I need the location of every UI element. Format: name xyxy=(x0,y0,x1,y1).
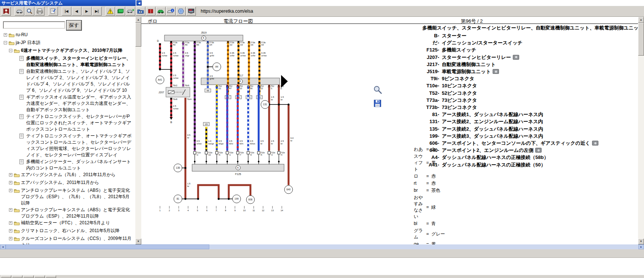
search-input[interactable] xyxy=(3,21,65,29)
svg-text:K: K xyxy=(240,80,241,82)
tree-item-document[interactable]: 自動変速機制御ユニット、ソレノイドバルブ 1、ソレノイドバルブ 2、ソレノイドバ… xyxy=(14,68,134,94)
svg-text:/9: /9 xyxy=(250,154,252,156)
tree-item-folder[interactable]: −ja-JP 日本語 xyxy=(4,40,134,47)
svg-text:1.5: 1.5 xyxy=(281,96,284,98)
scroll-right-icon[interactable]: ► xyxy=(638,244,644,249)
expand-icon[interactable]: + xyxy=(9,221,12,225)
expand-icon[interactable]: + xyxy=(9,208,12,212)
tree-item-folder[interactable]: +補助空気ヒーター（PTC）、2012年5月より xyxy=(9,220,134,227)
color-value: 青 xyxy=(431,221,436,227)
document-edit-icon[interactable] xyxy=(48,7,58,16)
save-icon[interactable] xyxy=(374,100,381,107)
web-icon[interactable] xyxy=(176,7,186,16)
tree-item-document[interactable]: ティプトロニックスイッチ、オートマチックギアボックスコントロールユニット、セレク… xyxy=(14,133,134,158)
vehicle-green-icon[interactable] xyxy=(156,7,166,16)
terminal-icon[interactable] xyxy=(186,7,196,16)
print-icon[interactable] xyxy=(35,7,44,16)
archive-view-icon[interactable] xyxy=(136,7,145,16)
tree-item-document[interactable]: ギアボックスオイル温度センダー、ギアボックス入力速度センダー、ギアボックス出力速… xyxy=(14,94,134,113)
zoom-icon[interactable] xyxy=(373,85,383,95)
tree-scroll-up-icon[interactable]: ▲ xyxy=(135,17,141,23)
taskbar-button[interactable] xyxy=(23,275,34,278)
equals-sign: = xyxy=(424,173,431,179)
tree-item-document[interactable]: ティプトロニックスイッチ、セレクターレバーがP位置にロックされたスイッチ、オート… xyxy=(14,113,134,132)
tree-item-folder[interactable]: −6速オートマチックギアボックス、2010年7月以降 xyxy=(9,47,134,55)
svg-text:br: br xyxy=(187,137,189,139)
warning-icon[interactable]: ! xyxy=(105,7,115,16)
taskbar-button[interactable] xyxy=(46,275,56,278)
tree-item-document[interactable]: 多機能スイッチ、スターターインヒビターリレー、自動変速機制御ユニット、車載電源制… xyxy=(14,55,134,68)
vehicle-icon[interactable] xyxy=(15,7,24,16)
nav-next-icon[interactable]: ▶ xyxy=(82,7,92,16)
taskbar-button[interactable] xyxy=(34,275,45,278)
tree-item-document[interactable]: 多機能インジケーター、ダッシュパネルインサート内のコントロールユニット xyxy=(14,159,134,171)
vehicle-info-icon[interactable]: i xyxy=(166,7,176,16)
folder-icon xyxy=(14,229,20,235)
svg-text:or/br: or/br xyxy=(251,54,255,57)
document-icon xyxy=(19,114,24,121)
tree-item-folder[interactable]: +クルーズコントロールシステム（CCS）、2009年11月より xyxy=(9,235,134,244)
scroll-left-icon[interactable]: ◄ xyxy=(0,244,6,249)
svg-text:131: 131 xyxy=(263,103,267,106)
svg-text:vi/gr: vi/gr xyxy=(185,54,189,57)
tree-item-label: アンチロックブレーキシステム（ABS）と電子安定化プログラム（ESP）、（7L6… xyxy=(21,187,134,206)
tree-item-label: 補助空気ヒーター（PTC）、2012年5月より xyxy=(21,220,134,226)
tree-scroll-thumb[interactable] xyxy=(135,23,141,47)
collapse-icon[interactable]: − xyxy=(9,49,12,52)
tree-item-folder[interactable]: +ru-RU xyxy=(4,32,134,39)
expand-icon[interactable]: + xyxy=(9,229,12,232)
horizontal-scrollbar[interactable]: ◄ ► xyxy=(0,244,644,249)
url-label: https://superetka.com/elsa xyxy=(201,9,253,14)
manual-icon[interactable] xyxy=(146,7,155,16)
expand-icon[interactable]: + xyxy=(4,33,7,37)
tree-scroll-down-icon[interactable]: ▼ xyxy=(135,238,141,244)
document-icon xyxy=(19,134,24,140)
nav-prev-icon[interactable]: ◀ xyxy=(72,7,81,16)
legend-text: 73ピンコネクタ xyxy=(442,104,477,111)
handbook-icon[interactable] xyxy=(115,7,125,16)
tree-item-label: ギアボックスオイル温度センダー、ギアボックス入力速度センダー、ギアボックス出力速… xyxy=(26,94,134,113)
svg-text:/22: /22 xyxy=(260,87,263,90)
taskbar-button[interactable] xyxy=(1,275,11,278)
taskbar-button[interactable] xyxy=(12,275,22,278)
tree-item-folder[interactable]: +クリマトロニック、右ハンドル、2011年5月以降 xyxy=(9,228,134,235)
legend-text: 52ピンコネクタ xyxy=(442,90,477,97)
expand-icon[interactable]: + xyxy=(9,189,12,192)
search-icon[interactable] xyxy=(25,7,34,16)
tree-spacer xyxy=(14,96,18,99)
expand-icon[interactable]: + xyxy=(9,173,12,177)
legend-entry: B-スターター xyxy=(422,32,638,39)
svg-text:2.5: 2.5 xyxy=(173,105,176,107)
collapse-icon[interactable]: − xyxy=(4,41,7,44)
color-value: 赤 xyxy=(431,180,436,187)
operator-icon[interactable] xyxy=(1,7,11,16)
tree-scrollbar[interactable]: ▲ ▼ xyxy=(135,17,141,244)
expand-icon[interactable]: + xyxy=(9,237,12,240)
window-scroll-thumb[interactable] xyxy=(638,23,644,56)
window-control-icon[interactable]: ◀ xyxy=(136,0,142,6)
camera-icon[interactable] xyxy=(513,55,519,60)
camera-icon[interactable] xyxy=(493,69,499,74)
tree-item-folder[interactable]: +エアバッグシステム、2011年11月から xyxy=(9,179,134,187)
horizontal-scroll-thumb[interactable] xyxy=(6,244,209,249)
tree-item-folder[interactable]: +エアバッグシステム（7L6）、2011年11月から xyxy=(9,172,134,179)
tree-item-folder[interactable]: +アンチロックブレーキシステム（ABS）と電子安定化プログラム（ESP）、201… xyxy=(9,207,134,219)
window-scroll-up-icon[interactable]: ▲ xyxy=(638,17,644,23)
camera-icon[interactable] xyxy=(592,141,598,146)
document-icon xyxy=(19,69,24,76)
nav-first-icon[interactable]: |◀ xyxy=(62,7,71,16)
svg-text:A4: A4 xyxy=(215,65,218,68)
legend-entry: T73b-73ピンコネクタ xyxy=(422,104,638,111)
legend-text: アース接続1、ダッシュパネル配線ハーネス内 xyxy=(442,111,543,118)
folder-icon xyxy=(14,181,20,187)
expand-icon[interactable]: + xyxy=(9,181,12,184)
tree-item-folder[interactable]: +アンチロックブレーキシステム（ABS）と電子安定化プログラム（ESP）、（7L… xyxy=(9,187,134,206)
vehicle-data-icon[interactable] xyxy=(126,7,135,16)
search-button[interactable]: 探す xyxy=(67,21,81,30)
camera-icon[interactable] xyxy=(535,148,542,153)
legend-code: F125- xyxy=(422,46,442,53)
nav-last-icon[interactable]: ▶| xyxy=(92,7,102,16)
window-scrollbar[interactable]: ▲ ▼ xyxy=(638,17,644,244)
window-scroll-down-icon[interactable]: ▼ xyxy=(638,238,644,244)
svg-text:/7: /7 xyxy=(240,154,241,156)
